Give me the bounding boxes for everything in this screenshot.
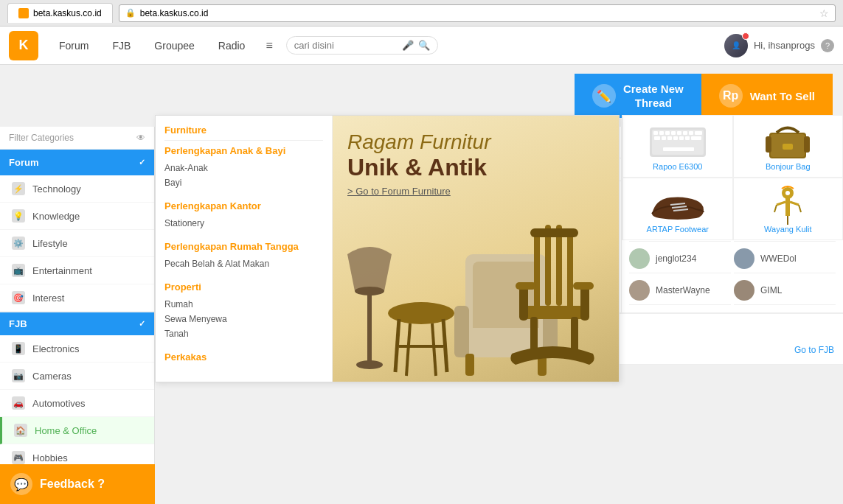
svg-line-4 [395,319,399,372]
svg-line-7 [432,323,436,376]
svg-line-6 [406,323,410,376]
visibility-icon[interactable]: 👁 [136,133,145,143]
svg-point-60 [785,191,790,195]
forum-section-header[interactable]: Forum ✓ [0,150,154,175]
svg-rect-25 [573,282,594,290]
create-thread-button[interactable]: ✏️ Create NewThread [575,74,701,118]
filter-header: Filter Categories 👁 [0,127,154,150]
svg-rect-32 [665,131,670,135]
sidebar-item-lifestyle[interactable]: ⚙️ Lifestyle [0,230,154,257]
svg-rect-37 [695,131,702,135]
svg-rect-12 [454,306,469,357]
technology-icon: ⚡ [12,182,25,195]
fjb-section-header[interactable]: FJB ✓ [0,312,154,335]
svg-rect-61 [787,216,788,225]
user-row-3[interactable]: jenglot234 [629,245,731,273]
dropdown-sub-stationery[interactable]: Stationery [164,216,323,231]
feedback-button[interactable]: 💬 Feedback ? [0,464,155,504]
nav-fjb[interactable]: FJB [102,34,141,57]
review-item-bonjour[interactable]: Bonjour Bag [733,115,844,178]
dropdown-cat-perkakas[interactable]: Perkakas [164,351,323,363]
help-icon[interactable]: ? [821,39,834,52]
page-wrapper: beta.kaskus.co.id 🔒 beta.kaskus.co.id ☆ … [0,0,843,504]
dropdown-left-panel: Furniture Perlengkapan Anak & Bayi Anak-… [156,116,333,382]
user-row-5[interactable]: MasterWayne [629,276,731,305]
nav-right: 👤 Hi, ihsanprogs ? [724,34,834,57]
sidebar-item-automotives[interactable]: 🚗 Automotives [0,390,154,417]
dropdown-sub-anak-anak[interactable]: Anak-Anak [164,161,323,175]
svg-rect-1 [367,291,372,365]
tab-label: beta.kaskus.co.id [33,8,102,18]
user-name-3: jenglot234 [656,253,731,264]
svg-rect-34 [677,131,681,135]
knowledge-icon: 💡 [12,209,25,223]
dropdown-sub-tanah[interactable]: Tanah [164,326,323,341]
sidebar-item-knowledge[interactable]: 💡 Knowledge [0,203,154,230]
user-row-6[interactable]: GIML [734,276,836,305]
review-item-rapoo[interactable]: Rapoo E6300 [622,115,733,178]
search-input[interactable] [294,40,398,51]
sidebar-item-home-office[interactable]: 🏠 Home & Office [0,417,154,444]
tab-favicon [18,8,29,18]
svg-line-58 [774,205,777,212]
dropdown-cat-rumah[interactable]: Perlengkapan Rumah Tangga [164,241,323,252]
banner-title2: Unik & Antik [347,154,491,181]
table-illustration [384,291,458,382]
hamburger-icon[interactable]: ≡ [258,33,280,58]
logo[interactable]: K [9,31,38,60]
svg-rect-49 [766,136,771,153]
svg-rect-50 [804,136,810,153]
cameras-icon: 📷 [12,369,25,382]
mic-icon[interactable]: 🎤 [402,40,414,51]
user-avatar-3 [629,248,650,269]
svg-rect-14 [465,354,474,376]
dropdown-cat-kantor[interactable]: Perlengkapan Kantor [164,200,323,211]
dropdown-section-anak: Perlengkapan Anak & Bayi Anak-Anak Bayi [164,145,323,190]
sidebar-item-technology[interactable]: ⚡ Technology [0,175,154,203]
svg-point-2 [356,360,383,369]
dropdown-cat-properti[interactable]: Properti [164,281,323,293]
nav-forum[interactable]: Forum [49,34,99,57]
banner-link[interactable]: > Go to Forum Furniture [347,186,491,197]
review-item-artap[interactable]: ARTAP Footwear [622,178,733,240]
review-item-wayang[interactable]: Wayang Kulit [733,178,844,240]
user-row-4[interactable]: WWEDol [734,245,836,273]
svg-rect-39 [662,136,666,140]
star-icon[interactable]: ☆ [819,7,829,19]
svg-rect-43 [685,136,690,140]
forum-chevron: ✓ [139,158,145,167]
user-name-4: WWEDol [760,253,836,264]
user-name-5: MasterWayne [656,285,731,295]
review-name-rapoo: Rapoo E6300 [653,162,702,171]
sidebar-item-cameras[interactable]: 📷 Cameras [0,363,154,390]
sidebar-item-entertainment[interactable]: 📺 Entertainment [0,257,154,284]
interest-label: Interest [32,293,64,304]
want-sell-button[interactable]: Rp Want To Sell [701,74,833,118]
nav-radio[interactable]: Radio [208,34,256,57]
nav-groupee[interactable]: Groupee [144,34,204,57]
svg-rect-30 [653,131,658,135]
address-bar[interactable]: 🔒 beta.kaskus.co.id ☆ [119,4,836,22]
avatar[interactable]: 👤 [724,34,748,57]
dropdown-cat-anak[interactable]: Perlengkapan Anak & Bayi [164,145,323,156]
fjb-dropdown: Furniture Perlengkapan Anak & Bayi Anak-… [155,115,620,382]
go-fjb-link[interactable]: Go to FJB [794,345,834,355]
dropdown-banner: Ragam Furnitur Unik & Antik > Go to Foru… [333,116,619,382]
entertainment-icon: 📺 [12,264,25,277]
search-icon[interactable]: 🔍 [418,40,430,51]
dropdown-sub-pecah-belah[interactable]: Pecah Belah & Alat Makan [164,256,323,271]
user-avatar-4 [734,248,754,269]
want-sell-label: Want To Sell [750,90,815,102]
svg-rect-45 [663,147,694,151]
dropdown-sub-sewa[interactable]: Sewa Menyewa [164,312,323,326]
sidebar-item-interest[interactable]: 🎯 Interest [0,284,154,312]
dropdown-main-category[interactable]: Furniture [164,125,323,136]
dropdown-sub-bayi[interactable]: Bayi [164,175,323,190]
sidebar-item-electronics[interactable]: 📱 Electronics [0,335,154,363]
lock-icon: 🔒 [125,8,136,18]
dropdown-sub-rumah[interactable]: Rumah [164,297,323,312]
hobbies-icon: 🎮 [12,451,25,464]
lifestyle-label: Lifestyle [32,238,68,249]
user-name-6: GIML [760,285,836,295]
browser-tab[interactable]: beta.kaskus.co.id [7,3,113,23]
